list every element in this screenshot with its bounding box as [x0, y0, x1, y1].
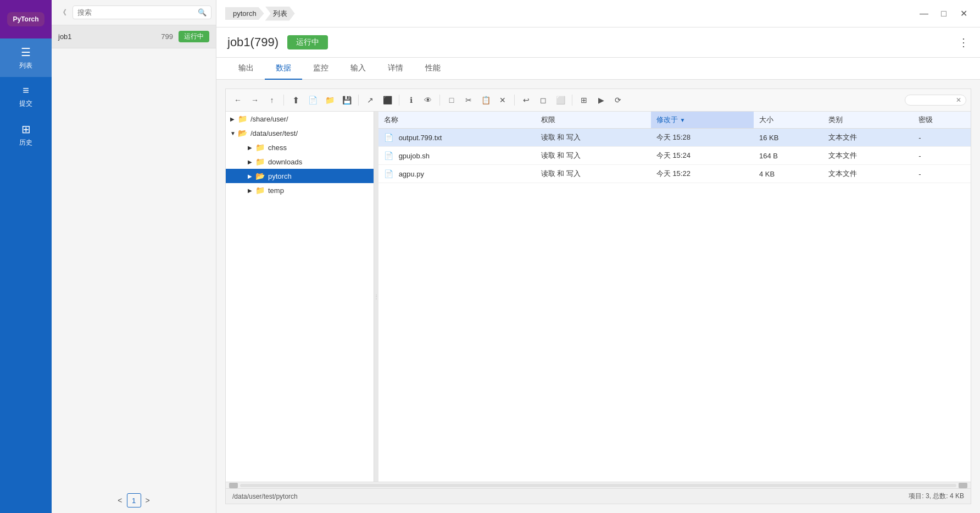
sort-arrow-modified: ▼	[680, 117, 685, 123]
job-list-item[interactable]: job1 799 运行中	[52, 25, 216, 48]
file-table: 名称 权限 修改于 ▼ 大小	[378, 112, 971, 183]
tree-label-temp: temp	[268, 186, 284, 195]
tree-resizer[interactable]: ⋮	[374, 112, 378, 482]
sidebar-label-tijiao: 提交	[19, 99, 32, 108]
save-button[interactable]: 💾	[339, 92, 354, 108]
file-permissions-1: 读取 和 写入	[536, 147, 651, 165]
file-manager: ← → ↑ ⬆ 📄 📁 💾 ↗ ⬛ ℹ 👁 □ ✂ 📋 ✕	[216, 80, 980, 513]
refresh-button[interactable]: ⟳	[610, 92, 626, 108]
delete-button[interactable]: ✕	[495, 92, 510, 108]
folder-icon-data: 📂	[238, 129, 247, 137]
toolbar-search: ✕	[905, 95, 966, 106]
close-button[interactable]: ✕	[956, 6, 971, 21]
file-toolbar: ← → ↑ ⬆ 📄 📁 💾 ↗ ⬛ ℹ 👁 □ ✂ 📋 ✕	[226, 89, 971, 112]
tree-item-temp[interactable]: ▶ 📁 temp	[226, 183, 374, 197]
sidebar-item-liebiao[interactable]: ☰ 列表	[0, 38, 52, 77]
status-badge: 运行中	[179, 31, 209, 42]
breadcrumb-liebiao[interactable]: 列表	[265, 7, 295, 21]
up-button[interactable]: ↑	[264, 92, 280, 108]
main-content: pytorch 列表 — □ ✕ job1(799) 运行中 ⋮ 输出 数据 监…	[216, 0, 980, 513]
window-controls: — □ ✕	[916, 6, 971, 21]
col-secret[interactable]: 密级	[913, 112, 971, 129]
horizontal-scrollbar[interactable]	[226, 482, 971, 488]
select-button[interactable]: ◻	[536, 92, 551, 108]
edit-button[interactable]: □	[444, 92, 459, 108]
file-permissions-2: 读取 和 写入	[536, 165, 651, 183]
terminal-button[interactable]: ▶	[593, 92, 609, 108]
sidebar-label-liebiao: 列表	[19, 61, 32, 70]
table-row[interactable]: 📄 gpujob.sh 读取 和 写入 今天 15:24 164 B 文本文件 …	[378, 147, 971, 165]
tree-item-pytorch[interactable]: ▶ 📂 pytorch	[226, 169, 374, 183]
col-modified[interactable]: 修改于 ▼	[651, 112, 754, 129]
new-folder-button[interactable]: 📁	[322, 92, 337, 108]
toolbar-search-clear[interactable]: ✕	[956, 96, 961, 104]
back-button[interactable]: ←	[230, 92, 246, 108]
file-size-1: 164 B	[754, 147, 823, 165]
table-row[interactable]: 📄 output.799.txt 读取 和 写入 今天 15:28 16 KB …	[378, 129, 971, 147]
tree-item-share[interactable]: ▶ 📁 /share/user/	[226, 112, 374, 126]
file-name-1: 📄 gpujob.sh	[378, 147, 536, 165]
file-size-2: 4 KB	[754, 165, 823, 183]
tab-data[interactable]: 数据	[265, 58, 302, 80]
file-modified-0: 今天 15:28	[651, 129, 754, 147]
file-list: 名称 权限 修改于 ▼ 大小	[378, 112, 971, 482]
folder-icon-share: 📁	[238, 114, 247, 123]
scroll-left-arrow[interactable]	[229, 483, 238, 488]
tab-monitor[interactable]: 监控	[302, 58, 339, 80]
folder-icon-chess: 📁	[255, 143, 265, 152]
file-name-0: 📄 output.799.txt	[378, 129, 536, 147]
breadcrumb-pytorch[interactable]: pytorch	[225, 7, 264, 20]
title-bar: pytorch 列表 — □ ✕	[216, 0, 980, 27]
file-tree: ▶ 📁 /share/user/ ▼ 📂 /data/user/test/ ▶ …	[226, 112, 374, 482]
tab-details[interactable]: 详情	[377, 58, 414, 80]
undo-button[interactable]: ↩	[519, 92, 534, 108]
tree-arrow-data: ▼	[230, 130, 238, 136]
tab-input[interactable]: 输入	[339, 58, 377, 80]
tree-arrow-downloads: ▶	[248, 159, 255, 165]
prev-page-button[interactable]: <	[118, 496, 122, 505]
paste-button[interactable]: 📋	[478, 92, 493, 108]
tab-performance[interactable]: 性能	[414, 58, 452, 80]
job-id: 799	[161, 32, 173, 41]
tab-output[interactable]: 输出	[227, 58, 265, 80]
info-button[interactable]: ℹ	[403, 92, 419, 108]
col-size[interactable]: 大小	[754, 112, 823, 129]
collapse-button[interactable]: 《	[56, 6, 69, 19]
search-input[interactable]	[77, 8, 194, 16]
more-options-button[interactable]: ⋮	[958, 36, 969, 49]
current-page[interactable]: 1	[127, 493, 141, 508]
move-button[interactable]: ↗	[363, 92, 378, 108]
sidebar-item-lishi[interactable]: ⊞ 历史	[0, 115, 52, 154]
history-icon: ⊞	[21, 123, 31, 136]
cut-button[interactable]: ✂	[461, 92, 476, 108]
upload-button[interactable]: ⬆	[288, 92, 303, 108]
tree-item-data-user-test[interactable]: ▼ 📂 /data/user/test/	[226, 126, 374, 140]
search-icon[interactable]: 🔍	[198, 8, 207, 16]
select-all-button[interactable]: ⬜	[553, 92, 568, 108]
new-file-button[interactable]: 📄	[305, 92, 320, 108]
col-type[interactable]: 类别	[823, 112, 913, 129]
col-permissions[interactable]: 权限	[536, 112, 651, 129]
maximize-button[interactable]: □	[936, 6, 951, 21]
copy-button[interactable]: ⬛	[380, 92, 395, 108]
view-mode-button[interactable]: ⊞	[576, 92, 592, 108]
table-row[interactable]: 📄 agpu.py 读取 和 写入 今天 15:22 4 KB 文本文件 -	[378, 165, 971, 183]
scroll-right-arrow[interactable]	[959, 483, 967, 488]
file-name-2: 📄 agpu.py	[378, 165, 536, 183]
view-button[interactable]: 👁	[420, 92, 436, 108]
next-page-button[interactable]: >	[146, 496, 150, 505]
scrollbar-track	[240, 484, 956, 487]
status-summary: 项目: 3, 总数: 4 KB	[909, 492, 964, 501]
job-title-row: job1(799) 运行中 ⋮	[216, 27, 980, 58]
forward-button[interactable]: →	[247, 92, 263, 108]
folder-icon-pytorch: 📂	[255, 172, 265, 180]
file-modified-2: 今天 15:22	[651, 165, 754, 183]
file-secret-2: -	[913, 165, 971, 183]
tree-item-downloads[interactable]: ▶ 📁 downloads	[226, 155, 374, 169]
sidebar-item-tijiao[interactable]: ≡ 提交	[0, 77, 52, 115]
toolbar-search-input[interactable]	[910, 96, 954, 104]
file-size-0: 16 KB	[754, 129, 823, 147]
tree-item-chess[interactable]: ▶ 📁 chess	[226, 140, 374, 155]
minimize-button[interactable]: —	[916, 6, 932, 21]
col-name[interactable]: 名称	[378, 112, 536, 129]
